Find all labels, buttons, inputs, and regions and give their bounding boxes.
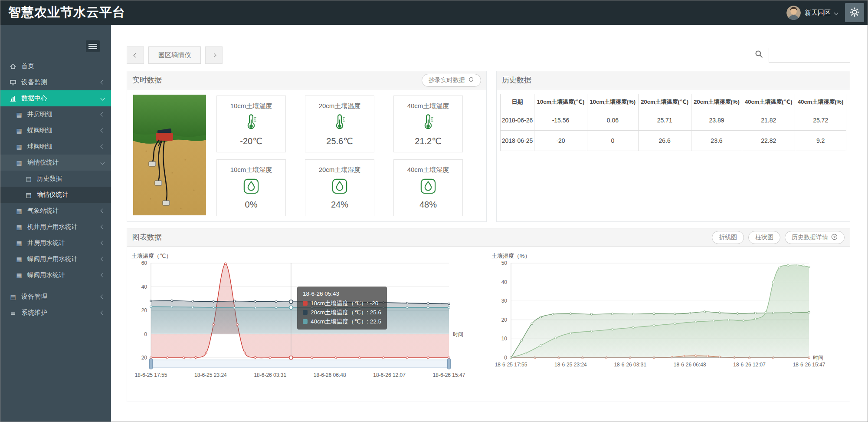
bar-chart-button[interactable]: 柱状图 (748, 231, 780, 244)
device-toolbar: 园区墒情仪 (127, 46, 850, 64)
svg-text:18-6-26 12:07: 18-6-26 12:07 (733, 362, 766, 368)
svg-text:30: 30 (501, 298, 508, 304)
svg-text:18-6-26 12:07: 18-6-26 12:07 (373, 372, 406, 378)
svg-text:0: 0 (504, 355, 507, 361)
document-icon: ▤ (9, 293, 17, 300)
realtime-body: 10cm土壤温度 -20℃ 20cm土壤温度 25.6℃ 40cm土壤温度 (127, 89, 486, 221)
svg-text:-20: -20 (140, 355, 147, 361)
sidebar-nav: 首页 设备监测 数据中心 ▦ 井房明细 ▦ 蝶阀明细 (0, 58, 111, 321)
metric-value: 25.6℃ (326, 136, 353, 146)
chevron-left-icon (101, 129, 105, 133)
copy-realtime-button[interactable]: 抄录实时数据 (422, 74, 481, 87)
sidebar-item-ball-valve-detail[interactable]: ▦ 球阀明细 (0, 138, 111, 155)
humidity-chart[interactable]: 土壤湿度（%）5040302010018-6-25 17:5518-6-25 2… (487, 250, 834, 396)
search-icon[interactable] (755, 50, 763, 60)
svg-text:18-6-25 23:24: 18-6-25 23:24 (194, 372, 227, 378)
sidebar-item-home[interactable]: 首页 (0, 58, 111, 74)
sidebar-item-soil-moisture-stats-page[interactable]: ▤ 墒情仪统计 (0, 187, 111, 203)
settings-button[interactable] (845, 3, 864, 22)
sidebar-item-system-maintenance[interactable]: ≡ 系统维护 (0, 305, 111, 321)
chevron-left-icon (101, 209, 105, 213)
metric-card: 10cm土壤湿度 0% (216, 159, 286, 216)
metric-value: 21.2℃ (415, 136, 441, 146)
svg-text:18-6-26 15:47: 18-6-26 15:47 (433, 372, 465, 378)
chevron-left-icon (133, 53, 138, 57)
history-panel-header: 历史数据 (497, 71, 850, 89)
avatar[interactable] (786, 6, 801, 20)
charts-row: 土壤温度（℃）6040200-2018-6-25 17:5518-6-25 23… (127, 247, 850, 402)
svg-text:18-6-26 03:31: 18-6-26 03:31 (254, 372, 286, 378)
history-table: 日期 10cm土壤温度(℃) 10cm土壤湿度(%) 20cm土壤温度(℃) 2… (500, 94, 846, 151)
svg-text:18-6-25 17:55: 18-6-25 17:55 (135, 372, 167, 378)
org-name[interactable]: 新天园区 (805, 9, 831, 17)
charts-title: 图表数据 (132, 232, 162, 242)
sidebar-item-soil-moisture-stats[interactable]: ▦ 墒情仪统计 (0, 155, 111, 171)
temperature-chart[interactable]: 土壤温度（℃）6040200-2018-6-25 17:5518-6-25 23… (127, 250, 474, 396)
history-panel: 历史数据 日期 10cm土壤温度(℃) 10cm土壤湿度(%) 20cm土壤温度… (496, 71, 850, 222)
search-area (755, 48, 850, 63)
chevron-left-icon (101, 80, 105, 85)
thermometer-icon (331, 113, 348, 132)
charts-panel: 图表数据 折线图 柱状图 历史数据详情 土壤温度（℃）6040200-2018-… (127, 228, 850, 402)
svg-text:18-6-26 06:48: 18-6-26 06:48 (314, 372, 346, 378)
sidebar-item-butterfly-valve-detail[interactable]: ▦ 蝶阀明细 (0, 122, 111, 138)
search-input[interactable] (769, 48, 850, 63)
humidity-chart-svg[interactable]: 土壤湿度（%）5040302010018-6-25 17:5518-6-25 2… (487, 250, 834, 396)
sidebar-item-bvalve-water-stats[interactable]: ▦ 蝶阀用水统计 (0, 267, 111, 283)
svg-text:18-6-26 03:31: 18-6-26 03:31 (614, 362, 646, 368)
app-header: 智慧农业节水云平台 新天园区 (0, 0, 868, 25)
table-icon: ▦ (15, 159, 23, 166)
svg-text:土壤湿度（%）: 土壤湿度（%） (491, 253, 531, 259)
circle-arrow-icon (831, 234, 838, 241)
sidebar-item-well-house-water-stats[interactable]: ▦ 井房用水统计 (0, 235, 111, 251)
sidebar-item-weather-station-stats[interactable]: ▦ 气象站统计 (0, 203, 111, 219)
history-table-wrap: 日期 10cm土壤温度(℃) 10cm土壤湿度(%) 20cm土壤温度(℃) 2… (497, 89, 850, 155)
sidebar-item-device-management[interactable]: ▤ 设备管理 (0, 289, 111, 305)
chevron-left-icon (101, 145, 105, 149)
thermometer-icon (242, 113, 260, 132)
svg-text:20: 20 (501, 317, 508, 323)
droplet-icon (242, 178, 260, 197)
document-icon: ▤ (25, 191, 33, 198)
chevron-left-icon (101, 241, 105, 245)
sidebar: 首页 设备监测 数据中心 ▦ 井房明细 ▦ 蝶阀明细 (0, 25, 111, 422)
home-icon (9, 63, 17, 70)
table-row: 2018-06-26 -15.56 0.06 25.71 23.89 21.82… (501, 110, 846, 131)
svg-text:50: 50 (501, 260, 508, 266)
droplet-icon (419, 178, 437, 197)
sidebar-item-history-data[interactable]: ▤ 历史数据 (0, 171, 111, 187)
app-window: 智慧农业节水云平台 新天园区 (0, 0, 868, 422)
droplet-icon (331, 178, 348, 197)
metric-cards: 10cm土壤温度 -20℃ 20cm土壤温度 25.6℃ 40cm土壤温度 (216, 95, 463, 216)
svg-text:时间: 时间 (453, 331, 463, 337)
metric-card: 10cm土壤温度 -20℃ (216, 96, 286, 152)
table-icon: ▦ (15, 111, 23, 118)
sidebar-item-data-center[interactable]: 数据中心 (0, 90, 111, 106)
prev-device-button[interactable] (127, 46, 144, 64)
table-icon: ▦ (15, 272, 23, 279)
sidebar-toggle-button[interactable] (86, 40, 100, 52)
realtime-panel: 实时数据 抄录实时数据 (127, 71, 487, 222)
svg-text:0: 0 (144, 331, 147, 337)
device-tab-button[interactable]: 园区墒情仪 (148, 46, 201, 64)
svg-text:18-6-25 17:55: 18-6-25 17:55 (495, 362, 527, 368)
chevron-down-icon[interactable] (834, 10, 839, 15)
sidebar-item-device-monitoring[interactable]: 设备监测 (0, 74, 111, 90)
sidebar-item-bvalve-user-water-stats[interactable]: ▦ 蝶阀用户用水统计 (0, 251, 111, 267)
metric-card: 20cm土壤湿度 24% (305, 159, 374, 216)
temperature-chart-svg[interactable]: 土壤温度（℃）6040200-2018-6-25 17:5518-6-25 23… (127, 250, 474, 396)
sidebar-item-well-house-detail[interactable]: ▦ 井房明细 (0, 106, 111, 122)
avatar-image (786, 6, 801, 20)
metric-value: 48% (419, 200, 437, 210)
svg-text:18-6-26 15:47: 18-6-26 15:47 (793, 362, 825, 368)
page-title: 智慧农业节水云平台 (0, 4, 125, 21)
top-panels-row: 实时数据 抄录实时数据 (127, 71, 850, 222)
sidebar-item-well-user-water-stats[interactable]: ▦ 机井用户用水统计 (0, 219, 111, 235)
chevron-left-icon (101, 311, 105, 315)
next-device-button[interactable] (205, 46, 223, 64)
table-icon: ▦ (15, 240, 23, 247)
history-detail-button[interactable]: 历史数据详情 (785, 231, 845, 244)
table-icon: ▦ (15, 127, 23, 134)
line-chart-button[interactable]: 折线图 (712, 231, 744, 244)
realtime-title: 实时数据 (132, 75, 162, 85)
